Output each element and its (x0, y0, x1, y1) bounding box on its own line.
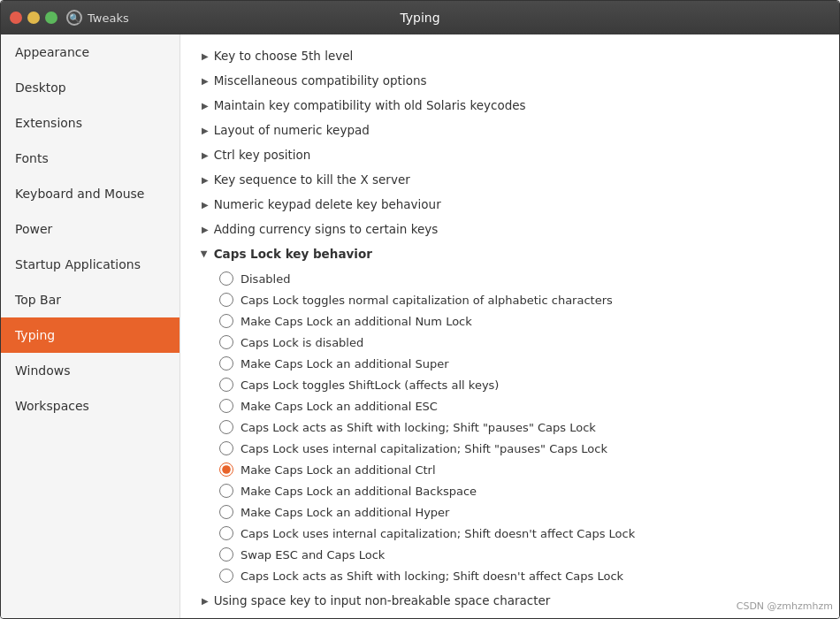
radio-label-additional-hyper[interactable]: Make Caps Lock an additional Hyper (241, 506, 449, 519)
caps-option-esc: Make Caps Lock an additional ESC (216, 395, 821, 416)
sidebar-item-windows[interactable]: Windows (1, 353, 179, 388)
collapsible-label-key-5th: Key to choose 5th level (214, 49, 354, 63)
caps-option-super: Make Caps Lock an additional Super (216, 353, 821, 374)
radio-additional-backspace[interactable] (219, 484, 233, 498)
caps-option-swap-esc: Swap ESC and Caps Lock (216, 544, 821, 565)
collapsible-key-5th[interactable]: ▶Key to choose 5th level (198, 43, 821, 68)
watermark: CSDN @zmhzmhzm (737, 600, 833, 612)
collapsible-misc-compat[interactable]: ▶Miscellaneous compatibility options (198, 68, 821, 93)
sidebar-item-appearance[interactable]: Appearance (1, 34, 179, 70)
collapsible-currency-signs[interactable]: ▶Adding currency signs to certain keys (198, 217, 821, 241)
radio-swap-esc[interactable] (219, 547, 233, 562)
collapsible-maintain-compat[interactable]: ▶Maintain key compatibility with old Sol… (198, 93, 821, 118)
minimize-button[interactable] (27, 11, 40, 24)
collapsible-layout-numpad[interactable]: ▶Layout of numeric keypad (198, 118, 821, 142)
collapsible-label-misc-compat: Miscellaneous compatibility options (214, 73, 427, 88)
sidebar-item-workspaces[interactable]: Workspaces (1, 388, 179, 424)
radio-normal-caps[interactable] (219, 293, 233, 307)
radio-label-shift-locking[interactable]: Caps Lock acts as Shift with locking; Sh… (241, 421, 596, 434)
search-icon: 🔍 (66, 10, 82, 26)
sidebar-item-keyboard-and-mouse[interactable]: Keyboard and Mouse (1, 176, 179, 211)
radio-label-additional-ctrl[interactable]: Make Caps Lock an additional Ctrl (241, 463, 436, 477)
arrow-icon-space-nonbreaking: ▶ (202, 596, 209, 606)
arrow-icon-maintain-compat: ▶ (202, 101, 209, 111)
collapsible-japanese[interactable]: ▶Japanese keyboard options (198, 613, 821, 618)
radio-label-shift-no-affect[interactable]: Caps Lock acts as Shift with locking; Sh… (241, 569, 623, 583)
radio-label-esc[interactable]: Make Caps Lock an additional ESC (241, 400, 438, 413)
tweaks-label: 🔍 Tweaks (66, 10, 129, 26)
radio-super[interactable] (219, 356, 233, 371)
caps-option-additional-ctrl: Make Caps Lock an additional Ctrl (216, 459, 821, 480)
caps-lock-title-row[interactable]: ▶Caps Lock key behavior (198, 241, 821, 266)
radio-shift-no-affect[interactable] (219, 569, 233, 583)
radio-label-disabled[interactable]: Disabled (241, 272, 290, 286)
caps-option-additional-backspace: Make Caps Lock an additional Backspace (216, 480, 821, 501)
caps-option-additional-hyper: Make Caps Lock an additional Hyper (216, 501, 821, 523)
window-controls (10, 11, 57, 24)
arrow-icon-misc-compat: ▶ (202, 76, 209, 86)
collapsible-space-nonbreaking[interactable]: ▶Using space key to input non-breakable … (198, 588, 821, 613)
sidebar-item-startup-applications[interactable]: Startup Applications (1, 247, 179, 282)
caps-option-internal-no-affect: Caps Lock uses internal capitalization; … (216, 523, 821, 544)
collapsible-label-space-nonbreaking: Using space key to input non-breakable s… (214, 593, 551, 608)
radio-esc[interactable] (219, 399, 233, 413)
radio-label-shiftlock[interactable]: Caps Lock toggles ShiftLock (affects all… (241, 378, 499, 392)
caps-lock-arrow: ▶ (200, 250, 210, 257)
sidebar-item-top-bar[interactable]: Top Bar (1, 282, 179, 317)
radio-shift-locking[interactable] (219, 420, 233, 434)
radio-label-super[interactable]: Make Caps Lock an additional Super (241, 357, 448, 371)
collapsible-kill-x[interactable]: ▶Key sequence to kill the X server (198, 167, 821, 192)
radio-label-additional-backspace[interactable]: Make Caps Lock an additional Backspace (241, 485, 477, 498)
caps-option-disabled: Disabled (216, 268, 821, 289)
collapsible-label-currency-signs: Adding currency signs to certain keys (214, 222, 439, 236)
caps-lock-section: ▶Caps Lock key behaviorDisabledCaps Lock… (198, 241, 821, 588)
radio-label-internal-no-affect[interactable]: Caps Lock uses internal capitalization; … (241, 527, 635, 540)
radio-label-internal-shift-pauses[interactable]: Caps Lock uses internal capitalization; … (241, 442, 607, 455)
radio-label-swap-esc[interactable]: Swap ESC and Caps Lock (241, 548, 385, 562)
caps-option-internal-shift-pauses: Caps Lock uses internal capitalization; … (216, 438, 821, 459)
radio-label-normal-caps[interactable]: Caps Lock toggles normal capitalization … (241, 294, 613, 307)
caps-option-normal-caps: Caps Lock toggles normal capitalization … (216, 289, 821, 310)
collapsible-numpad-delete[interactable]: ▶Numeric keypad delete key behaviour (198, 192, 821, 217)
caps-option-num-lock: Make Caps Lock an additional Num Lock (216, 310, 821, 332)
main-content: ▶Key to choose 5th level▶Miscellaneous c… (180, 34, 839, 618)
radio-shiftlock[interactable] (219, 378, 233, 392)
radio-label-caps-disabled[interactable]: Caps Lock is disabled (241, 336, 363, 349)
sidebar-item-typing[interactable]: Typing (1, 317, 179, 353)
arrow-icon-kill-x: ▶ (202, 175, 209, 185)
collapsible-label-layout-numpad: Layout of numeric keypad (214, 123, 370, 137)
radio-disabled[interactable] (219, 271, 233, 286)
arrow-icon-numpad-delete: ▶ (202, 200, 209, 210)
titlebar: 🔍 Tweaks Typing (1, 1, 839, 34)
arrow-icon-currency-signs: ▶ (202, 225, 209, 234)
caps-option-shift-locking: Caps Lock acts as Shift with locking; Sh… (216, 416, 821, 438)
caps-option-shiftlock: Caps Lock toggles ShiftLock (affects all… (216, 374, 821, 395)
caps-lock-options: DisabledCaps Lock toggles normal capital… (198, 266, 821, 588)
maximize-button[interactable] (45, 11, 57, 24)
collapsible-label-kill-x: Key sequence to kill the X server (214, 172, 410, 187)
collapsible-label-numpad-delete: Numeric keypad delete key behaviour (214, 197, 441, 211)
close-button[interactable] (10, 11, 22, 24)
radio-label-num-lock[interactable]: Make Caps Lock an additional Num Lock (241, 315, 472, 328)
sidebar-item-fonts[interactable]: Fonts (1, 141, 179, 176)
caps-option-shift-no-affect: Caps Lock acts as Shift with locking; Sh… (216, 565, 821, 586)
window-title: Typing (400, 11, 439, 25)
arrow-icon-layout-numpad: ▶ (202, 126, 209, 135)
tweaks-text: Tweaks (88, 11, 129, 25)
caps-option-caps-disabled: Caps Lock is disabled (216, 332, 821, 353)
radio-num-lock[interactable] (219, 314, 233, 328)
radio-additional-hyper[interactable] (219, 505, 233, 519)
sidebar-item-extensions[interactable]: Extensions (1, 105, 179, 141)
radio-additional-ctrl[interactable] (219, 462, 233, 477)
sidebar-item-power[interactable]: Power (1, 211, 179, 247)
collapsible-ctrl-position[interactable]: ▶Ctrl key position (198, 142, 821, 167)
radio-caps-disabled[interactable] (219, 335, 233, 349)
content-area: AppearanceDesktopExtensionsFontsKeyboard… (1, 34, 839, 618)
sidebar-item-desktop[interactable]: Desktop (1, 70, 179, 105)
radio-internal-no-affect[interactable] (219, 526, 233, 540)
collapsible-label-maintain-compat: Maintain key compatibility with old Sola… (214, 98, 526, 112)
sidebar: AppearanceDesktopExtensionsFontsKeyboard… (1, 34, 180, 618)
radio-internal-shift-pauses[interactable] (219, 441, 233, 455)
arrow-icon-key-5th: ▶ (202, 51, 209, 61)
arrow-icon-ctrl-position: ▶ (202, 150, 209, 160)
